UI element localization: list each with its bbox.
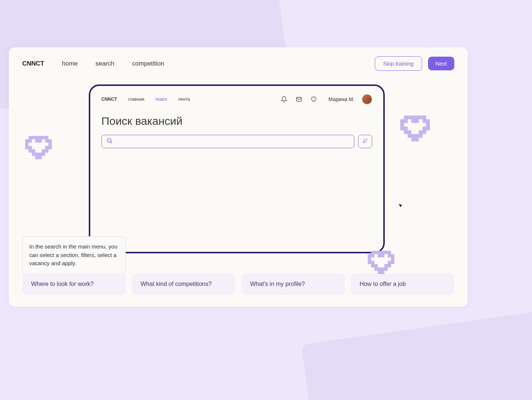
mail-icon[interactable] xyxy=(295,96,303,103)
faq-profile[interactable]: What's in my profile? xyxy=(241,273,345,295)
inner-right: Марина М. xyxy=(280,94,372,104)
nav-link-competition[interactable]: competition xyxy=(132,60,164,67)
inner-nav: CNNCT главная поиск лента xyxy=(101,97,190,102)
avatar[interactable] xyxy=(362,94,372,104)
onboarding-tooltip: In the search in the main menu, you can … xyxy=(22,236,126,274)
svg-point-1 xyxy=(107,139,111,143)
cursor-icon xyxy=(398,203,403,210)
inner-header: CNNCT главная поиск лента Марина М. xyxy=(101,94,372,104)
pixel-heart-icon xyxy=(364,247,401,281)
search-box[interactable] xyxy=(101,135,354,148)
page-title: Поиск вакансий xyxy=(101,115,372,127)
username-label: Марина М. xyxy=(329,96,354,102)
pixel-heart-icon xyxy=(21,133,58,166)
brand-logo: CNNCT xyxy=(22,60,44,67)
next-button[interactable]: Next xyxy=(428,57,454,70)
bg-shape xyxy=(301,309,532,400)
bell-icon[interactable] xyxy=(280,96,288,103)
skip-training-button[interactable]: Skip training xyxy=(375,56,422,71)
nav-right: Skip training Next xyxy=(375,56,454,71)
sort-filter-button[interactable] xyxy=(358,135,372,148)
top-nav: CNNCT home search competition Skip train… xyxy=(9,47,468,80)
svg-line-2 xyxy=(111,142,112,143)
search-row xyxy=(101,135,372,148)
inner-link-search[interactable]: поиск xyxy=(155,97,167,102)
heart-icon[interactable] xyxy=(310,96,317,103)
nav-left: CNNCT home search competition xyxy=(22,60,164,67)
tooltip-text: In the search in the main menu, you can … xyxy=(29,243,117,266)
nav-link-search[interactable]: search xyxy=(95,60,114,67)
search-input[interactable] xyxy=(116,139,350,144)
faq-competitions[interactable]: What kind of competitions? xyxy=(132,273,235,295)
sort-icon xyxy=(362,138,368,145)
search-icon xyxy=(106,137,113,146)
inner-link-main[interactable]: главная xyxy=(128,97,144,102)
inner-link-feed[interactable]: лента xyxy=(178,97,190,102)
pixel-heart-icon xyxy=(397,112,437,149)
inner-brand-logo: CNNCT xyxy=(101,97,117,102)
inner-app-window: CNNCT главная поиск лента Марина М. Поис… xyxy=(89,84,385,253)
nav-link-home[interactable]: home xyxy=(62,60,78,67)
faq-where-to-look[interactable]: Where to look for work? xyxy=(22,273,126,295)
